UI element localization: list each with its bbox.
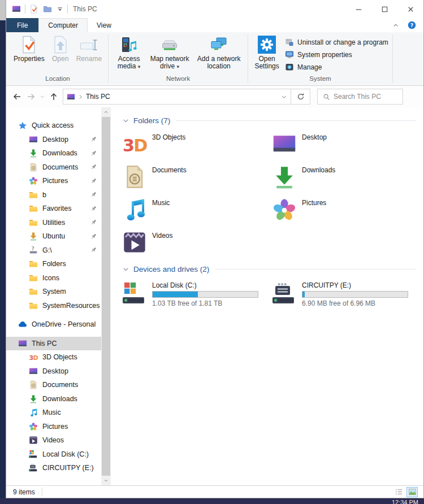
search-input[interactable] [334, 93, 396, 101]
maximize-button[interactable] [371, 0, 397, 18]
downloads-icon [29, 149, 38, 158]
sidebar-item-downloads-pinned[interactable]: Downloads [6, 146, 101, 160]
tab-file[interactable]: File [6, 18, 38, 32]
access-media-button[interactable]: Access media ▾ [111, 33, 146, 71]
folder-tile-music[interactable]: Music [122, 197, 272, 222]
sidebar-item-folders[interactable]: Folders [6, 257, 101, 271]
folder-tile-desktop[interactable]: Desktop [272, 132, 422, 157]
properties-qat-icon[interactable] [29, 5, 38, 14]
folder-tile-videos[interactable]: Videos [122, 230, 272, 255]
sidebar-item-system[interactable]: System [6, 285, 101, 299]
sidebar-item-music[interactable]: Music [6, 406, 101, 420]
pictures-icon [29, 176, 38, 185]
pin-icon [90, 233, 97, 240]
access-media-label: Access media [118, 55, 140, 70]
folder-tile-pictures[interactable]: Pictures [272, 197, 422, 222]
system-group-label: System [251, 75, 390, 85]
search-icon [323, 93, 330, 101]
rename-button[interactable]: Rename [73, 33, 105, 63]
chevron-down-icon [122, 117, 129, 124]
up-button[interactable] [46, 92, 60, 101]
this-pc-icon [12, 5, 21, 14]
manage-button[interactable]: Manage [285, 62, 388, 72]
pin-icon [90, 163, 97, 171]
scroll-down-arrow[interactable] [101, 476, 111, 485]
taskbar-strip[interactable]: 12:34 PM [0, 498, 424, 504]
close-button[interactable] [397, 0, 423, 18]
back-button[interactable] [10, 92, 24, 101]
drive-free-space: 6.90 MB free of 6.96 MB [302, 299, 408, 307]
map-network-drive-icon [161, 36, 179, 54]
folder-icon [29, 190, 38, 199]
sidebar-item-g-drive[interactable]: G:\ [6, 244, 101, 258]
scrollbar-thumb[interactable] [102, 117, 110, 476]
ribbon: Properties Open Rename Location Access m… [6, 32, 423, 86]
folder-tile-downloads[interactable]: Downloads [272, 164, 422, 189]
help-button[interactable] [408, 21, 416, 29]
drive-tile-circuitpy-e[interactable]: CIRCUITPY (E:) 6.90 MB free of 6.96 MB [272, 281, 422, 307]
map-network-drive-button[interactable]: Map network drive ▾ [146, 33, 193, 71]
recent-locations-button[interactable] [38, 94, 46, 99]
customize-qat-icon[interactable] [57, 6, 63, 12]
folder-tile-3d-objects[interactable]: 3D Objects [122, 132, 272, 157]
search-box[interactable] [317, 89, 403, 105]
folders-section-header[interactable]: Folders (7) [122, 116, 416, 125]
tab-view[interactable]: View [88, 18, 120, 32]
address-bar[interactable]: This PC [63, 89, 291, 105]
downloads-icon [29, 394, 38, 403]
sidebar-item-onedrive[interactable]: OneDrive - Personal [6, 318, 101, 332]
sidebar-item-utilities[interactable]: Utilities [6, 216, 101, 230]
open-settings-button[interactable]: Open Settings [251, 33, 283, 70]
sidebar-item-local-disk-c[interactable]: Local Disk (C:) [6, 447, 101, 462]
add-network-location-label: Add a network location [196, 55, 241, 70]
folder-icon [29, 287, 38, 296]
properties-button[interactable]: Properties [10, 33, 48, 63]
sidebar-item-pictures-pinned[interactable]: Pictures [6, 174, 101, 188]
minimize-ribbon-button[interactable] [392, 22, 399, 29]
sidebar-item-documents[interactable]: Documents [6, 378, 101, 392]
details-view-button[interactable] [393, 487, 404, 497]
sidebar-item-icons[interactable]: Icons [6, 271, 101, 285]
location-group-label: Location [10, 75, 105, 85]
new-folder-qat-icon[interactable] [43, 5, 52, 14]
scroll-up-arrow[interactable] [101, 107, 111, 117]
sidebar-item-documents-pinned[interactable]: Documents [6, 160, 101, 175]
system-properties-button[interactable]: System properties [285, 50, 388, 59]
tab-computer-label: Computer [48, 21, 78, 29]
breadcrumb[interactable]: This PC [86, 93, 110, 101]
address-dropdown-button[interactable] [281, 94, 287, 100]
sidebar-item-desktop[interactable]: Desktop [6, 364, 101, 379]
sidebar-item-ubuntu[interactable]: Ubuntu [6, 229, 101, 244]
refresh-button[interactable] [291, 89, 310, 105]
maximize-icon [380, 5, 389, 14]
thumbnail-view-button[interactable] [406, 487, 418, 497]
local-disk-icon [122, 281, 147, 306]
tab-computer[interactable]: Computer [38, 18, 88, 32]
minimize-button[interactable] [345, 0, 371, 18]
sidebar-item-downloads[interactable]: Downloads [6, 392, 101, 406]
forward-button[interactable] [24, 92, 38, 101]
sidebar-item-videos[interactable]: Videos [6, 433, 101, 447]
drives-section-header[interactable]: Devices and drives (2) [122, 265, 416, 273]
minimize-icon [354, 5, 363, 14]
sidebar-item-systemresources[interactable]: SystemResources [6, 299, 101, 313]
sidebar-item-circuitpy-e[interactable]: CIRCUITPY (E:) [6, 461, 101, 475]
sidebar-item-pictures[interactable]: Pictures [6, 420, 101, 434]
drive-tile-local-disk-c[interactable]: Local Disk (C:) 1.03 TB free of 1.81 TB [122, 281, 272, 307]
forward-arrow-icon [27, 92, 36, 101]
sidebar-item-this-pc[interactable]: This PC [6, 337, 101, 351]
folder-tile-documents[interactable]: Documents [122, 164, 272, 189]
sidebar-item-3d-objects[interactable]: 3D Objects [6, 350, 101, 364]
sidebar-item-desktop-pinned[interactable]: Desktop [6, 133, 101, 147]
folder-icon [29, 218, 38, 227]
sidebar-scrollbar[interactable] [101, 107, 111, 485]
add-network-location-button[interactable]: Add a network location [193, 33, 245, 70]
uninstall-icon [285, 38, 294, 47]
open-button[interactable]: Open [48, 33, 73, 63]
properties-icon [20, 36, 38, 54]
sidebar-item-b[interactable]: b [6, 188, 101, 202]
videos-icon [122, 230, 147, 255]
uninstall-program-button[interactable]: Uninstall or change a program [285, 37, 388, 47]
sidebar-item-quick-access[interactable]: Quick access [6, 119, 101, 133]
sidebar-item-favorites[interactable]: Favorites [6, 202, 101, 216]
